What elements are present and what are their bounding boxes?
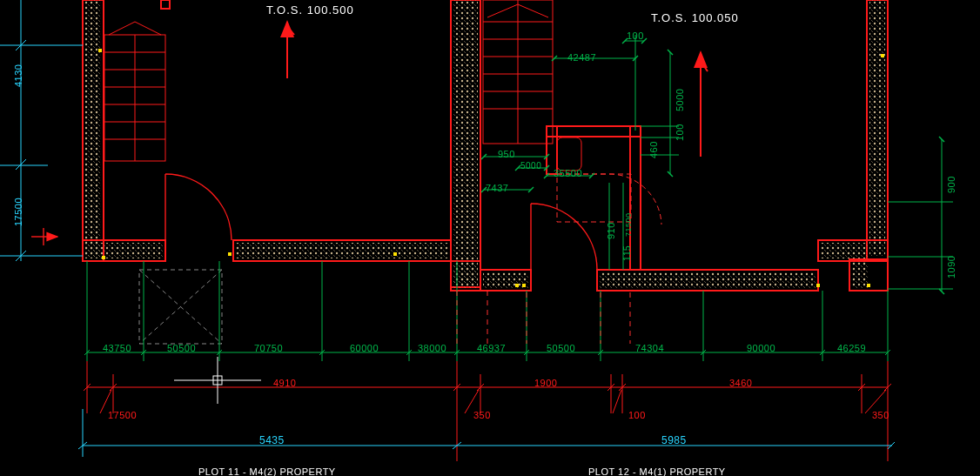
svg-rect-13 (453, 0, 478, 284)
cyan-5985: 5985 (661, 435, 687, 446)
svg-rect-150 (816, 284, 820, 287)
dim-460v: 460 (649, 141, 659, 158)
rh-4910: 4910 (273, 379, 296, 388)
gh-1: 43750 (103, 344, 131, 353)
gh-5: 38000 (418, 344, 446, 353)
svg-rect-153 (881, 54, 884, 57)
dim-rv-900: 900 (947, 176, 957, 193)
dim-7437: 7437 (486, 184, 508, 193)
svg-line-135 (613, 390, 621, 413)
svg-line-55 (518, 4, 548, 17)
gh-4: 60000 (350, 344, 379, 353)
drawing-canvas (0, 0, 980, 476)
svg-rect-9 (85, 243, 164, 258)
svg-rect-145 (102, 256, 105, 259)
dim-5000v: 5000 (675, 89, 685, 111)
svg-rect-36 (869, 0, 885, 256)
dim-5000h: 5000 (520, 162, 541, 171)
svg-line-24 (109, 22, 135, 35)
dim-v-17500: 17500 (14, 198, 23, 226)
svg-rect-11 (236, 243, 448, 258)
svg-rect-7 (85, 0, 101, 258)
svg-rect-44 (547, 126, 557, 174)
dim-115: 115 (623, 245, 632, 261)
rs-100: 100 (628, 411, 646, 420)
gh-3: 70750 (254, 344, 283, 353)
svg-rect-146 (228, 252, 232, 256)
tos-right-label: T.O.S. 100.050 (651, 12, 739, 23)
svg-rect-14 (161, 0, 170, 9)
svg-rect-32 (483, 272, 528, 288)
svg-line-27 (287, 26, 294, 35)
svg-rect-152 (98, 49, 102, 52)
dim-v-4130: 4130 (14, 64, 23, 87)
rs-350b: 350 (872, 411, 889, 420)
dim-71500: 71500 (625, 212, 633, 237)
gh-2: 50500 (167, 344, 196, 353)
rs-350a: 350 (473, 411, 491, 420)
plot-left-label: PLOT 11 - M4(2) PROPERTY (198, 467, 336, 476)
dim-100-top: 100 (627, 31, 644, 41)
svg-rect-59 (557, 137, 581, 171)
svg-rect-40 (852, 262, 868, 288)
dim-35500: 35500 (554, 169, 582, 178)
plot-right-label: PLOT 12 - M4(1) PROPERTY (588, 467, 726, 476)
svg-rect-148 (515, 284, 519, 287)
svg-line-54 (487, 4, 518, 17)
svg-line-61 (701, 61, 708, 71)
svg-rect-43 (547, 126, 641, 137)
rh-1900: 1900 (534, 379, 557, 388)
dim-42487: 42487 (567, 53, 596, 63)
gh-6: 46937 (477, 344, 506, 353)
dim-100v: 100 (675, 124, 685, 141)
cyan-5435: 5435 (259, 435, 285, 446)
svg-rect-151 (867, 284, 870, 287)
dim-950: 950 (498, 150, 515, 159)
svg-rect-147 (393, 252, 397, 256)
rs-17500: 17500 (108, 411, 137, 420)
cad-viewport[interactable]: T.O.S. 100.500 T.O.S. 100.050 4130 17500… (0, 0, 980, 476)
gh-7: 50500 (547, 344, 575, 353)
tos-left-label: T.O.S. 100.500 (266, 4, 354, 16)
dim-910: 910 (607, 222, 616, 239)
gh-9: 90000 (747, 344, 775, 353)
svg-rect-149 (522, 284, 526, 287)
svg-rect-34 (600, 272, 816, 288)
dim-rv-1090: 1090 (947, 256, 957, 278)
svg-line-25 (135, 22, 161, 35)
svg-rect-38 (821, 243, 869, 258)
gh-8: 74304 (635, 344, 664, 353)
rh-3460: 3460 (729, 379, 752, 388)
gh-10: 46259 (837, 344, 866, 353)
